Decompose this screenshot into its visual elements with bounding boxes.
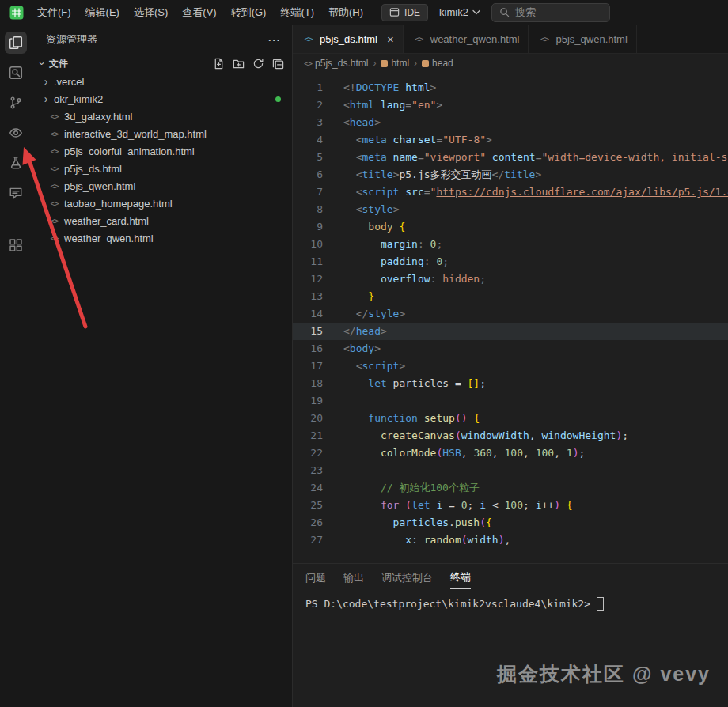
breadcrumb-item[interactable]: html [381,58,409,69]
code-token: 0 [455,499,468,511]
line-number: 11 [293,253,323,270]
tab-p5js_ds.html[interactable]: <>p5js_ds.html× [293,25,404,53]
panel-tab-输出[interactable]: 输出 [343,566,364,589]
chevron-separator-icon: › [373,58,376,69]
code-line[interactable]: 12 overflow: hidden; [293,270,728,288]
menu-item[interactable]: 转到(G) [224,0,274,25]
code-token: width [468,534,499,546]
code-token: { [399,221,405,233]
menu-item[interactable]: 帮助(H) [321,0,370,25]
more-actions-icon[interactable]: ⋯ [267,32,281,47]
code-line[interactable]: 20 function setup() { [293,410,728,427]
new-file-icon[interactable] [213,58,225,70]
code-line[interactable]: 6 <title>p5.js多彩交互动画</title> [293,166,728,183]
code-line[interactable]: 1<!DOCTYPE html> [293,79,728,96]
code-lines: 1<!DOCTYPE html>2<html lang="en">3<head>… [293,79,728,549]
file-item[interactable]: <>3d_galaxy.html [32,108,292,125]
breadcrumb-item[interactable]: <>p5js_ds.html [304,58,368,69]
menu-item[interactable]: 终端(T) [273,0,321,25]
code-token: = [449,499,455,511]
section-header-files[interactable]: › 文件 [32,54,292,73]
tab-weather_qwen.html[interactable]: <>weather_qwen.html [404,25,529,53]
code-line[interactable]: 24 // 初始化100个粒子 [293,479,728,497]
file-item[interactable]: <>p5js_ds.html [32,160,292,177]
code-line[interactable]: 16<body> [293,340,728,357]
code-file-icon: <> [47,234,61,243]
refresh-icon[interactable] [252,58,264,70]
menu-item[interactable]: 查看(V) [175,0,223,25]
tab-p5js_qwen.html[interactable]: <>p5js_qwen.html [529,25,636,53]
file-item[interactable]: <>p5js_colorful_animation.html [32,142,292,160]
close-icon[interactable]: × [387,33,394,45]
code-token: > [436,99,442,111]
code-token: ; [436,238,442,250]
menu-item[interactable]: 编辑(E) [78,0,127,25]
line-number: 6 [293,166,323,183]
panel-tab-终端[interactable]: 终端 [450,565,471,589]
comments-icon[interactable] [5,182,27,204]
search-sidebar-icon[interactable] [5,62,27,84]
code-token: > [535,168,541,180]
code-token: 0 [430,255,443,267]
file-item[interactable]: <>weather_card.html [32,212,292,229]
code-token: < [343,116,350,128]
code-line[interactable]: 17 <script> [293,357,728,375]
line-number: 20 [293,410,323,427]
debug-icon[interactable] [5,152,27,174]
ide-badge[interactable]: IDE [381,4,428,21]
code-line[interactable]: 7 <script src="https://cdnjs.cloudflare.… [293,183,728,201]
code-line[interactable]: 2<html lang="en"> [293,96,728,114]
code-token: // 初始化100个粒子 [343,482,480,493]
code-line[interactable]: 4 <meta charset="UTF-8"> [293,131,728,149]
preview-icon[interactable] [5,122,27,144]
code-editor[interactable]: 1<!DOCTYPE html>2<html lang="en">3<head>… [293,73,728,563]
menu-item[interactable]: 文件(F) [30,0,78,25]
code-line[interactable]: 3<head> [293,114,728,131]
collapse-all-icon[interactable] [272,58,284,70]
menu-item[interactable]: 选择(S) [127,0,175,25]
app-logo-icon [9,6,24,20]
file-item[interactable]: <>interactive_3d_world_map.html [32,125,292,142]
code-line[interactable]: 13 } [293,288,728,305]
project-selector[interactable]: kimik2 [439,6,480,18]
code-line[interactable]: 14 </style> [293,305,728,323]
code-token: < [343,134,362,146]
file-name: okr_kimik2 [54,93,103,105]
code-token: = [418,151,424,163]
code-text: particles.push({ [323,514,492,531]
code-line[interactable]: 11 padding: 0; [293,253,728,270]
code-token: , [523,447,536,459]
code-line[interactable]: 5 <meta name="viewport" content="width=d… [293,149,728,166]
terminal[interactable]: PS D:\code\testproject\kimik2vsclaude4\k… [293,591,728,611]
code-line[interactable]: 15</head> [293,323,728,340]
folder-item[interactable]: ›.vercel [32,73,292,90]
code-line[interactable]: 23 [293,462,728,479]
terminal-cursor [597,597,604,611]
breadcrumb-item[interactable]: head [422,58,453,69]
explorer-icon[interactable] [5,32,27,54]
new-folder-icon[interactable] [233,58,245,70]
search-input[interactable]: 搜索 [491,3,610,22]
code-token: = [536,151,542,163]
code-line[interactable]: 27 x: random(width), [293,531,728,549]
code-token: < [343,168,362,180]
code-line[interactable]: 25 for (let i = 0; i < 100; i++) { [293,497,728,514]
code-line[interactable]: 10 margin: 0; [293,236,728,253]
code-text: <!DOCTYPE html> [323,79,436,96]
panel-tab-问题[interactable]: 问题 [305,566,326,589]
code-line[interactable]: 8 <style> [293,201,728,218]
panel-tab-调试控制台[interactable]: 调试控制台 [381,566,433,589]
code-line[interactable]: 19 [293,392,728,410]
file-item[interactable]: <>taobao_homepage.html [32,195,292,212]
code-line[interactable]: 18 let particles = []; [293,375,728,392]
code-line[interactable]: 21 createCanvas(windowWidth, windowHeigh… [293,427,728,444]
extensions-icon[interactable] [5,234,27,256]
source-control-icon[interactable] [5,92,27,114]
file-item[interactable]: <>weather_qwen.html [32,229,292,247]
file-item[interactable]: <>p5js_qwen.html [32,177,292,195]
code-line[interactable]: 9 body { [293,218,728,236]
code-line[interactable]: 22 colorMode(HSB, 360, 100, 100, 1); [293,444,728,462]
folder-item[interactable]: ›okr_kimik2 [32,90,292,108]
code-token: padding [343,255,424,267]
code-line[interactable]: 26 particles.push({ [293,514,728,531]
